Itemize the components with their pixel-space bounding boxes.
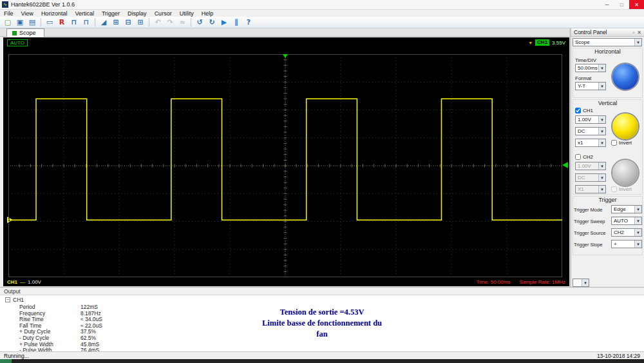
ch2-scale-value: 1.00V — [578, 163, 591, 169]
trigger-position-marker[interactable] — [283, 54, 288, 58]
ch1-invert-checkbox[interactable] — [611, 140, 617, 146]
measurement-value: ≈ 22.0uS — [80, 322, 102, 329]
menu-item-trigger[interactable]: Trigger — [98, 10, 124, 17]
toolbar-redo-button[interactable]: ↷ — [164, 17, 176, 28]
ch1-scale-select[interactable]: 1.00V ▼ — [575, 115, 606, 124]
menu-item-vertical[interactable]: Vertical — [71, 10, 98, 17]
trigger-row-2-select[interactable]: CH2▼ — [611, 228, 642, 237]
ch2-vertical-knob[interactable] — [612, 160, 638, 186]
chevron-down-icon: ▼ — [598, 139, 605, 146]
annotation-text: Tension de sortie =4.53V Limite basse de… — [240, 307, 404, 340]
tree-root-row[interactable]: − CH1 — [5, 297, 24, 303]
sample-rate-readout: Sample Rate: 1MHz — [519, 279, 565, 285]
horizontal-knob[interactable] — [612, 64, 638, 90]
toolbar-help-button[interactable]: ? — [243, 17, 254, 28]
menu-item-display[interactable]: Display — [124, 10, 151, 17]
collapse-icon[interactable]: − — [5, 297, 10, 302]
ch2-scale-select[interactable]: 1.00V ▼ — [575, 162, 606, 170]
chevron-down-icon: ▼ — [598, 64, 605, 72]
toolbar-refresh-button[interactable]: ↺ — [194, 17, 205, 28]
ch2-invert-label: Invert — [619, 186, 632, 192]
toolbar-window-grid-button[interactable]: ⊞ — [135, 17, 146, 28]
toolbar-undo-button[interactable]: ↶ — [152, 17, 164, 28]
trigger-level-marker[interactable] — [562, 162, 568, 168]
trigger-row-3-select[interactable]: +▼ — [611, 240, 642, 248]
toolbar-pulse-wave-button[interactable]: ⊓ — [80, 17, 92, 28]
ch1-checkbox[interactable] — [575, 108, 581, 113]
ch2-coupling-value: DC — [578, 175, 585, 181]
toolbar-ramp-button[interactable]: ◢ — [98, 17, 109, 28]
toolbar-record-button[interactable]: R — [56, 17, 68, 28]
chevron-down-icon: ▼ — [634, 217, 641, 224]
toolbar-square-wave-button[interactable]: ⊓ — [68, 17, 80, 28]
tab-scope[interactable]: Scope — [6, 28, 44, 37]
toolbar-separator — [149, 18, 149, 26]
toolbar: ▢▣▤▭R⊓⊓◢⊞⊟⊞↶↷≈↺↻▶∥? — [0, 17, 644, 28]
chevron-down-icon: ▼ — [598, 174, 605, 181]
time-per-div-readout: Time: 50.00ms — [477, 279, 511, 285]
measurement-value: 122mS — [80, 304, 98, 310]
panel-bottom-select[interactable]: ▼ — [573, 279, 589, 287]
menu-item-utility[interactable]: Utility — [176, 10, 198, 17]
minimize-button[interactable]: ─ — [600, 0, 614, 9]
menu-item-view[interactable]: View — [17, 10, 37, 17]
trigger-level-value: 3.55V — [552, 40, 565, 46]
toolbar-separator — [191, 18, 191, 26]
ch2-coupling-select[interactable]: DC ▼ — [575, 173, 606, 182]
trigger-row-1-label: Trigger Sweep — [574, 219, 605, 224]
bottom-edge-strip — [0, 359, 644, 363]
scope-display: AUTO ▼ CH1 3.55V 1 CH1 — 1.00V Time: 50.… — [3, 37, 569, 286]
ch2-invert-row: Invert — [611, 186, 632, 192]
ch1-coupling-select[interactable]: DC ▼ — [575, 127, 606, 135]
toolbar-start-button[interactable]: ▶ — [218, 17, 230, 28]
ch1-ground-marker[interactable]: 1 — [7, 217, 14, 223]
trigger-row-1-select[interactable]: AUTO▼ — [611, 217, 642, 225]
menu-item-cursor[interactable]: Cursor — [151, 10, 176, 17]
ch2-checkbox[interactable] — [575, 154, 581, 160]
window-title: Hantek6022BE Ver 1.0.6 — [11, 1, 75, 8]
close-panel-icon[interactable]: ✕ — [637, 30, 641, 35]
toolbar-display-setup-button[interactable]: ▭ — [44, 17, 55, 28]
pin-icon[interactable]: ▫ — [632, 30, 634, 35]
ch1-probe-select[interactable]: x1 ▼ — [575, 139, 606, 147]
toolbar-pause-button[interactable]: ∥ — [231, 17, 242, 28]
ch1-vertical-knob[interactable] — [612, 113, 638, 139]
toolbar-measure-grid-button[interactable]: ⊞ — [110, 17, 122, 28]
format-select[interactable]: Y-T ▼ — [575, 82, 606, 90]
trigger-status-badge: AUTO — [7, 39, 28, 46]
trigger-row-0-select[interactable]: Edge▼ — [611, 205, 642, 213]
menu-item-file[interactable]: File — [0, 10, 17, 17]
timebase-readout: Time: 50.00ms Sample Rate: 1MHz — [477, 279, 565, 285]
ch1-probe-value: x1 — [578, 140, 583, 146]
ch1-readout-sep: — — [20, 279, 25, 285]
bottom-edge-accent — [0, 359, 12, 363]
output-panel-header: Output — [0, 288, 644, 295]
chevron-down-icon: ▼ — [598, 186, 605, 193]
measurement-value: 8.187Hz — [80, 310, 101, 317]
time-div-select[interactable]: 50.00ms ▼ — [575, 64, 606, 72]
chevron-down-icon: ▼ — [634, 229, 641, 236]
format-label: Format — [575, 75, 591, 81]
horizontal-group-title: Horizontal — [571, 48, 644, 55]
ch1-readout-label: CH1 — [7, 279, 17, 285]
menu-item-help[interactable]: Help — [198, 10, 218, 17]
measurement-tree: − CH1 Period122mSFrequency8.187HzRise Ti… — [0, 295, 644, 351]
measurement-row[interactable]: + Pulse Width45.8mS — [0, 341, 399, 348]
ch2-label: CH2 — [583, 154, 593, 160]
status-bar: Running... 13-10-2018 14:29 — [0, 351, 644, 359]
toolbar-smooth-button[interactable]: ≈ — [176, 17, 188, 28]
toolbar-save-button[interactable]: ▤ — [26, 17, 38, 28]
toolbar-new-button[interactable]: ▢ — [2, 17, 14, 28]
toolbar-open-button[interactable]: ▣ — [14, 17, 26, 28]
toolbar-cursor-grid-button[interactable]: ⊟ — [122, 17, 134, 28]
ch2-probe-select[interactable]: X1 ▼ — [575, 185, 606, 193]
annotation-line1: Tension de sortie =4.53V — [240, 307, 404, 318]
toolbar-auto-setup-button[interactable]: ↻ — [206, 17, 218, 28]
close-button[interactable]: ✕ — [629, 0, 644, 9]
menu-item-horizontal[interactable]: Horizontal — [37, 10, 71, 17]
maximize-button[interactable]: □ — [614, 0, 629, 9]
panel-mode-select[interactable]: Scope ▼ — [573, 38, 642, 46]
measurement-label: Period — [19, 304, 35, 310]
trigger-row-1-value: AUTO — [614, 218, 628, 224]
ch2-invert-checkbox[interactable] — [611, 186, 617, 192]
